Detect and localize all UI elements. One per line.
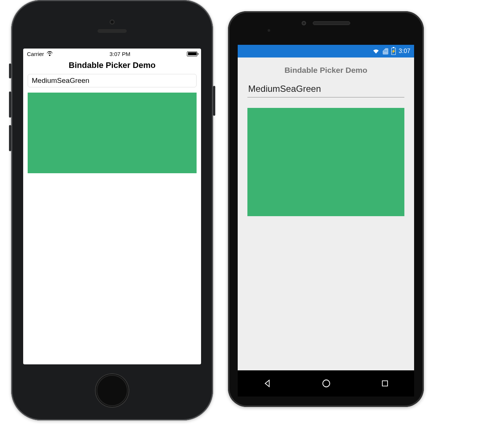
back-button-icon[interactable]	[262, 379, 272, 388]
android-device-frame: ⚡ 3:07 Bindable Picker Demo MediumSeaGre…	[228, 11, 424, 407]
proximity-sensor-icon	[268, 29, 270, 32]
ios-status-bar: Carrier 3:07 PM	[23, 49, 201, 59]
color-swatch	[247, 108, 404, 216]
volume-down-button	[9, 125, 11, 151]
android-sensor-cluster	[228, 21, 424, 25]
no-sim-icon	[383, 48, 388, 55]
color-swatch	[28, 93, 197, 173]
android-nav-bar	[238, 370, 414, 396]
volume-up-button	[9, 91, 11, 118]
recent-apps-button-icon[interactable]	[380, 379, 389, 388]
iphone-device-frame: Carrier 3:07 PM Bindable Picker Demo Med…	[11, 0, 213, 420]
picker-selected-value: MediumSeaGreen	[248, 84, 321, 94]
iphone-sensor-cluster	[11, 19, 213, 33]
android-screen: ⚡ 3:07 Bindable Picker Demo MediumSeaGre…	[238, 45, 414, 370]
front-camera-icon	[302, 21, 306, 25]
color-picker[interactable]: MediumSeaGreen	[28, 74, 197, 87]
battery-charging-icon: ⚡	[391, 48, 396, 55]
svg-point-0	[323, 380, 330, 387]
carrier-label: Carrier	[27, 51, 44, 57]
status-time: 3:07 PM	[110, 51, 130, 57]
page-title: Bindable Picker Demo	[23, 59, 201, 73]
mute-switch	[9, 63, 11, 78]
earpiece-speaker	[313, 21, 350, 25]
color-picker[interactable]: MediumSeaGreen	[247, 82, 404, 97]
home-button-icon[interactable]	[321, 378, 331, 389]
earpiece-speaker	[98, 29, 127, 33]
android-status-bar: ⚡ 3:07	[238, 45, 414, 57]
svg-rect-1	[382, 381, 388, 386]
front-camera-icon	[110, 19, 115, 25]
wifi-icon	[372, 48, 380, 54]
iphone-screen: Carrier 3:07 PM Bindable Picker Demo Med…	[23, 49, 201, 364]
wifi-icon	[46, 51, 53, 56]
page-title: Bindable Picker Demo	[238, 57, 414, 82]
battery-icon	[187, 52, 197, 56]
status-time: 3:07	[399, 48, 410, 55]
power-button	[213, 86, 215, 116]
home-button[interactable]	[95, 373, 129, 408]
picker-selected-value: MediumSeaGreen	[32, 77, 89, 85]
